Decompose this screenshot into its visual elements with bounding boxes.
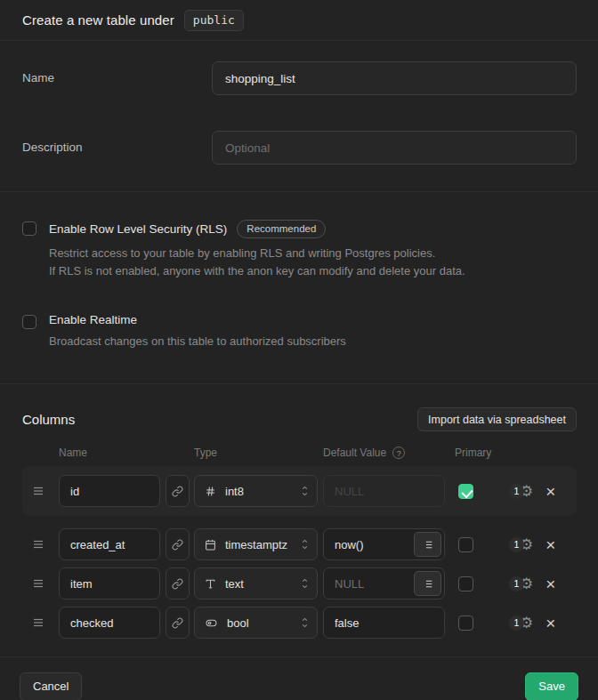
- rls-label: Enable Row Level Security (RLS): [49, 222, 227, 236]
- realtime-label: Enable Realtime: [49, 313, 137, 326]
- save-button[interactable]: Save: [525, 672, 578, 700]
- table-name-input[interactable]: [212, 61, 577, 95]
- column-type-select[interactable]: int8: [194, 475, 318, 507]
- name-field-row: Name: [22, 61, 577, 95]
- calendar-icon: [205, 539, 216, 551]
- rls-description: Restrict access to your table by enablin…: [49, 245, 465, 280]
- delete-column-icon[interactable]: ×: [545, 575, 555, 592]
- drag-handle-icon[interactable]: [32, 486, 44, 496]
- column-type-value: text: [225, 577, 291, 591]
- settings-count-badge: 1: [509, 576, 524, 591]
- chevron-updown-icon: [300, 577, 310, 590]
- column-settings-button[interactable]: 1 ⚙: [509, 576, 533, 591]
- chevron-updown-icon: [300, 538, 310, 551]
- column-settings-button[interactable]: 1 ⚙: [509, 616, 533, 631]
- text-type-icon: [205, 578, 216, 590]
- chevron-updown-icon: [300, 616, 310, 629]
- column-name-input[interactable]: [59, 567, 160, 599]
- import-spreadsheet-button[interactable]: Import data via spreadsheet: [417, 407, 577, 431]
- schema-badge: public: [184, 10, 244, 31]
- help-icon[interactable]: ?: [392, 447, 405, 459]
- primary-key-checkbox[interactable]: [458, 484, 473, 499]
- column-settings-button[interactable]: 1 ⚙: [509, 484, 533, 499]
- modal-header: Create a new table under public: [0, 0, 598, 41]
- column-row-checked: bool 1 ⚙ ×: [22, 607, 577, 639]
- column-type-value: timestamptz: [225, 538, 291, 551]
- recommended-badge: Recommended: [237, 220, 326, 238]
- column-type-select[interactable]: bool: [194, 607, 318, 639]
- settings-count-badge: 1: [509, 616, 524, 631]
- column-name-input[interactable]: [59, 607, 160, 639]
- foreign-key-link-icon[interactable]: [166, 607, 190, 639]
- columns-title: Columns: [22, 412, 75, 427]
- boolean-icon: [205, 617, 218, 629]
- rls-toggle-block: Enable Row Level Security (RLS) Recommen…: [22, 220, 576, 280]
- realtime-description: Broadcast changes on this table to autho…: [49, 333, 346, 350]
- column-type-select[interactable]: text: [194, 567, 318, 599]
- column-row-id: int8 1 ⚙ ×: [22, 466, 577, 516]
- realtime-checkbox[interactable]: [22, 315, 36, 329]
- column-rows: int8 1 ⚙ ×: [22, 466, 577, 639]
- page-title: Create a new table under: [22, 12, 174, 28]
- column-type-value: bool: [227, 616, 291, 630]
- settings-count-badge: 1: [509, 537, 524, 552]
- column-row-created-at: timestamptz 1 ⚙ ×: [22, 528, 577, 560]
- delete-column-icon[interactable]: ×: [545, 615, 555, 632]
- modal-footer: Cancel Save: [0, 656, 598, 700]
- column-name-input[interactable]: [59, 528, 160, 560]
- description-label: Description: [22, 131, 212, 165]
- chevron-updown-icon: [300, 485, 310, 497]
- hash-icon: [205, 486, 216, 497]
- settings-count-badge: 1: [509, 484, 524, 499]
- name-label: Name: [22, 61, 212, 95]
- default-value-list-icon[interactable]: [414, 571, 441, 596]
- table-details-section: Name Description: [0, 41, 598, 192]
- columns-section: Columns Import data via spreadsheet Name…: [0, 384, 598, 656]
- header-name: Name: [59, 447, 194, 459]
- table-options-section: Enable Row Level Security (RLS) Recommen…: [0, 192, 598, 384]
- foreign-key-link-icon[interactable]: [166, 528, 190, 560]
- drag-handle-icon[interactable]: [32, 578, 44, 589]
- description-field-row: Description: [22, 131, 577, 165]
- primary-key-checkbox[interactable]: [458, 576, 473, 591]
- rls-checkbox[interactable]: [22, 221, 36, 236]
- cancel-button[interactable]: Cancel: [20, 672, 82, 700]
- realtime-toggle-block: Enable Realtime Broadcast changes on thi…: [22, 313, 576, 350]
- column-settings-button[interactable]: 1 ⚙: [509, 537, 533, 552]
- column-default-input[interactable]: [323, 607, 445, 639]
- primary-key-checkbox[interactable]: [458, 616, 473, 631]
- header-type: Type: [194, 447, 323, 459]
- table-description-input[interactable]: [212, 131, 577, 165]
- delete-column-icon[interactable]: ×: [545, 536, 555, 553]
- header-primary: Primary: [455, 447, 491, 459]
- default-value-list-icon[interactable]: [414, 532, 441, 557]
- delete-column-icon[interactable]: ×: [545, 483, 555, 500]
- primary-key-checkbox[interactable]: [458, 537, 473, 552]
- column-name-input[interactable]: [59, 475, 160, 507]
- foreign-key-link-icon[interactable]: [166, 567, 190, 599]
- column-headers: Name Type Default Value ? Primary: [22, 447, 577, 459]
- drag-handle-icon[interactable]: [32, 539, 44, 550]
- drag-handle-icon[interactable]: [32, 617, 44, 628]
- column-type-select[interactable]: timestamptz: [194, 528, 318, 560]
- header-default-value: Default Value ?: [323, 447, 455, 459]
- column-type-value: int8: [225, 485, 291, 498]
- foreign-key-link-icon[interactable]: [166, 475, 190, 507]
- column-row-item: text 1 ⚙ ×: [22, 567, 577, 599]
- column-default-input: [323, 475, 445, 507]
